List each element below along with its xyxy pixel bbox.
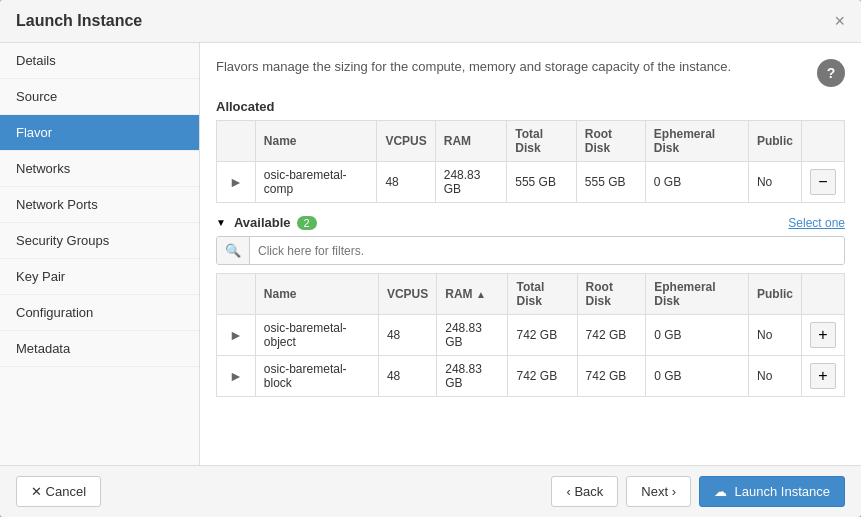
available-vcpus-col: VCPUS <box>378 274 436 315</box>
sidebar: DetailsSourceFlavorNetworksNetwork Ports… <box>0 43 200 465</box>
cancel-button[interactable]: ✕ Cancel <box>16 476 101 507</box>
sidebar-item-networks[interactable]: Networks <box>0 151 199 187</box>
row-name: osic-baremetal-block <box>255 356 378 397</box>
sidebar-item-metadata[interactable]: Metadata <box>0 331 199 367</box>
sidebar-item-configuration[interactable]: Configuration <box>0 295 199 331</box>
row-ephemeral-disk: 0 GB <box>646 356 749 397</box>
footer-right: ‹ Back Next › ☁ Launch Instance <box>551 476 845 507</box>
table-row: ► osic-baremetal-block 48 248.83 GB 742 … <box>217 356 845 397</box>
description-row: Flavors manage the sizing for the comput… <box>216 59 845 87</box>
available-label: Available <box>234 215 291 230</box>
sidebar-item-key-pair[interactable]: Key Pair <box>0 259 199 295</box>
row-ram: 248.83 GB <box>435 162 507 203</box>
available-expand-col <box>217 274 256 315</box>
sidebar-item-source[interactable]: Source <box>0 79 199 115</box>
available-count-badge: 2 <box>297 216 317 230</box>
sidebar-item-security-groups[interactable]: Security Groups <box>0 223 199 259</box>
row-total-disk: 742 GB <box>508 356 577 397</box>
row-vcpus: 48 <box>378 356 436 397</box>
available-toggle[interactable]: ▼ Available 2 <box>216 215 317 230</box>
available-total-disk-col: Total Disk <box>508 274 577 315</box>
allocated-name-col: Name <box>255 121 377 162</box>
row-public: No <box>748 356 801 397</box>
row-total-disk: 742 GB <box>508 315 577 356</box>
allocated-expand-col <box>217 121 256 162</box>
modal-title: Launch Instance <box>16 12 142 30</box>
available-root-disk-col: Root Disk <box>577 274 646 315</box>
allocated-action-col <box>802 121 845 162</box>
close-button[interactable]: × <box>834 12 845 30</box>
select-one-button[interactable]: Select one <box>788 216 845 230</box>
expand-button[interactable]: ► <box>225 327 247 343</box>
remove-button[interactable]: − <box>810 169 836 195</box>
sidebar-item-flavor[interactable]: Flavor <box>0 115 199 151</box>
search-icon: 🔍 <box>217 237 250 264</box>
row-ram: 248.83 GB <box>437 315 508 356</box>
allocated-total-disk-col: Total Disk <box>507 121 577 162</box>
row-ram: 248.83 GB <box>437 356 508 397</box>
content-area: Flavors manage the sizing for the comput… <box>200 43 861 465</box>
row-root-disk: 742 GB <box>577 356 646 397</box>
modal-footer: ✕ Cancel ‹ Back Next › ☁ Launch Instance <box>0 465 861 517</box>
sort-asc-icon: ▲ <box>476 289 486 300</box>
row-name: osic-baremetal-comp <box>255 162 377 203</box>
expand-button[interactable]: ► <box>225 174 247 190</box>
row-public: No <box>748 315 801 356</box>
row-ephemeral-disk: 0 GB <box>646 315 749 356</box>
filter-input[interactable] <box>250 238 844 264</box>
available-action-col <box>802 274 845 315</box>
allocated-ram-col: RAM <box>435 121 507 162</box>
allocated-ephemeral-col: Ephemeral Disk <box>645 121 748 162</box>
allocated-public-col: Public <box>748 121 801 162</box>
launch-instance-modal: Launch Instance × DetailsSourceFlavorNet… <box>0 0 861 517</box>
row-vcpus: 48 <box>378 315 436 356</box>
allocated-label: Allocated <box>216 99 845 114</box>
modal-header: Launch Instance × <box>0 0 861 43</box>
available-header: ▼ Available 2 Select one <box>216 215 845 230</box>
description-text: Flavors manage the sizing for the comput… <box>216 59 807 74</box>
table-row: ► osic-baremetal-object 48 248.83 GB 742… <box>217 315 845 356</box>
chevron-down-icon: ▼ <box>216 217 226 228</box>
allocated-vcpus-col: VCPUS <box>377 121 435 162</box>
allocated-table: Name VCPUS RAM Total Disk Root Disk Ephe… <box>216 120 845 203</box>
available-table: Name VCPUS RAM ▲ Total Disk Root Disk Ep… <box>216 273 845 397</box>
available-ephemeral-col: Ephemeral Disk <box>646 274 749 315</box>
row-root-disk: 555 GB <box>576 162 645 203</box>
allocated-root-disk-col: Root Disk <box>576 121 645 162</box>
help-button[interactable]: ? <box>817 59 845 87</box>
filter-row: 🔍 <box>216 236 845 265</box>
modal-body: DetailsSourceFlavorNetworksNetwork Ports… <box>0 43 861 465</box>
launch-button[interactable]: ☁ Launch Instance <box>699 476 845 507</box>
back-button[interactable]: ‹ Back <box>551 476 618 507</box>
cloud-icon: ☁ <box>714 484 727 499</box>
expand-button[interactable]: ► <box>225 368 247 384</box>
sidebar-item-network-ports[interactable]: Network Ports <box>0 187 199 223</box>
add-button[interactable]: + <box>810 363 836 389</box>
row-vcpus: 48 <box>377 162 435 203</box>
add-button[interactable]: + <box>810 322 836 348</box>
row-root-disk: 742 GB <box>577 315 646 356</box>
row-total-disk: 555 GB <box>507 162 577 203</box>
available-public-col: Public <box>748 274 801 315</box>
row-public: No <box>748 162 801 203</box>
sidebar-item-details[interactable]: Details <box>0 43 199 79</box>
table-row: ► osic-baremetal-comp 48 248.83 GB 555 G… <box>217 162 845 203</box>
row-ephemeral-disk: 0 GB <box>645 162 748 203</box>
next-button[interactable]: Next › <box>626 476 691 507</box>
footer-left: ✕ Cancel <box>16 476 101 507</box>
row-name: osic-baremetal-object <box>255 315 378 356</box>
available-name-col: Name <box>255 274 378 315</box>
available-ram-col[interactable]: RAM ▲ <box>437 274 508 315</box>
